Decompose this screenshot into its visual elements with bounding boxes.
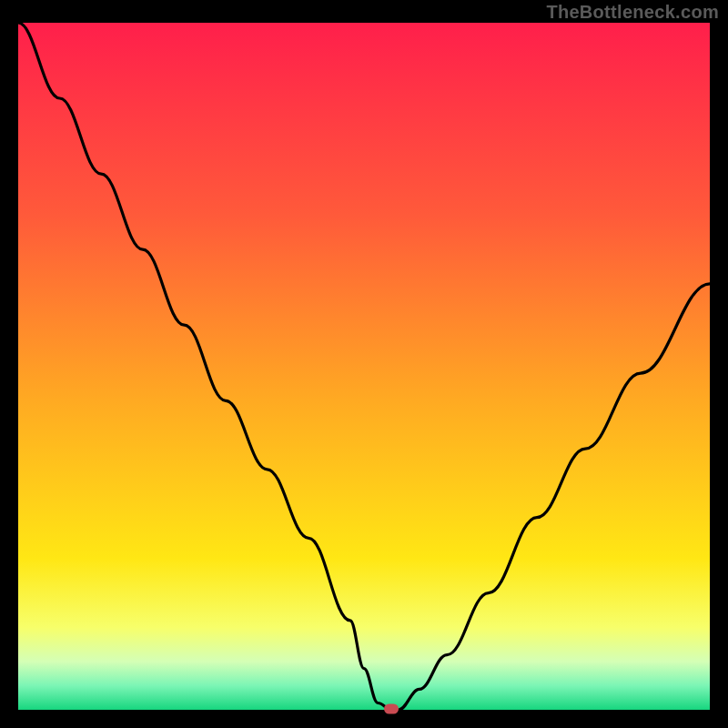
chart-frame: TheBottleneck.com: [0, 0, 728, 728]
watermark-text: TheBottleneck.com: [546, 2, 719, 23]
plot-area: [18, 23, 710, 710]
bottleneck-curve: [18, 23, 710, 710]
optimum-marker: [384, 704, 399, 714]
